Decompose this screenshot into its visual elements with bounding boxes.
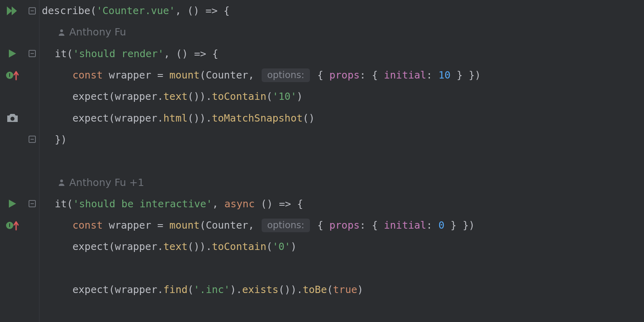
run-test-icon[interactable] <box>8 49 17 58</box>
code-line[interactable]: expect(wrapper.find('.inc').exists()).to… <box>39 279 644 300</box>
user-icon <box>58 179 65 186</box>
code-line[interactable]: expect(wrapper.text()).toContain('10') <box>39 86 644 107</box>
string-literal: 'Counter.vue' <box>96 5 175 17</box>
inlay-hint: options: <box>262 219 310 232</box>
vcs-author-name: Anthony Fu +1 <box>69 177 144 188</box>
fold-gutter <box>25 0 39 322</box>
inlay-hint: options: <box>262 68 310 82</box>
fold-toggle-icon[interactable] <box>29 50 36 57</box>
fold-toggle-icon[interactable] <box>29 200 36 207</box>
code-line[interactable]: expect(wrapper.html()).toMatchSnapshot() <box>39 107 644 128</box>
code-line[interactable]: it('should be interactive', async () => … <box>39 193 644 215</box>
svg-point-2 <box>10 117 14 121</box>
run-all-icon[interactable] <box>6 6 19 16</box>
code-line[interactable]: }) <box>39 129 644 150</box>
fold-toggle-icon[interactable] <box>29 136 36 143</box>
gutter: I I <box>0 0 25 322</box>
svg-point-5 <box>60 29 63 32</box>
code-line[interactable]: const wrapper = mount(Counter, options: … <box>39 64 644 86</box>
code-area[interactable]: describe('Counter.vue', () => { Anthony … <box>39 0 644 322</box>
code-line[interactable]: describe('Counter.vue', () => { <box>39 0 644 21</box>
vcs-author-name: Anthony Fu <box>69 26 126 38</box>
code-line[interactable]: expect(wrapper.text()).toContain('0') <box>39 236 644 257</box>
code-editor[interactable]: I I <box>0 0 644 322</box>
code-line[interactable] <box>39 258 644 279</box>
diff-up-icon[interactable]: I <box>6 70 19 80</box>
vcs-author-hint[interactable]: Anthony Fu <box>39 21 644 43</box>
diff-up-icon[interactable]: I <box>6 220 19 231</box>
user-icon <box>58 29 65 36</box>
code-line[interactable] <box>39 150 644 171</box>
identifier: describe <box>42 5 90 17</box>
svg-point-6 <box>60 180 63 182</box>
svg-text:I: I <box>9 222 10 228</box>
svg-text:I: I <box>9 72 10 78</box>
vcs-author-hint[interactable]: Anthony Fu +1 <box>39 171 644 193</box>
fold-toggle-icon[interactable] <box>29 7 36 14</box>
run-test-icon[interactable] <box>8 199 17 208</box>
snapshot-icon[interactable] <box>6 113 19 123</box>
code-line[interactable]: it('should render', () => { <box>39 43 644 64</box>
code-line[interactable]: const wrapper = mount(Counter, options: … <box>39 215 644 236</box>
